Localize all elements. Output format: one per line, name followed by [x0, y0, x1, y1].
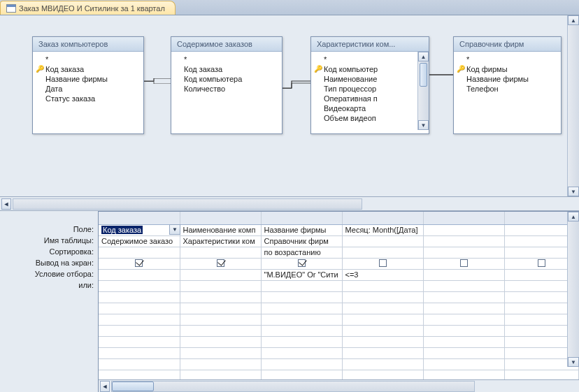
- grid-cell-empty[interactable]: [423, 370, 504, 379]
- grid-cell-empty[interactable]: [180, 358, 261, 370]
- table-field[interactable]: Код компьютера: [171, 74, 282, 84]
- show-checkbox[interactable]: [538, 259, 545, 267]
- grid-cell-show[interactable]: [342, 258, 423, 269]
- grid-body[interactable]: Код заказаНаименование компНазвание фирм…: [99, 212, 579, 379]
- table-field[interactable]: Объем видеоп: [311, 113, 417, 123]
- grid-cell-empty[interactable]: [99, 358, 180, 370]
- grid-cell-empty[interactable]: [261, 370, 342, 379]
- table-field[interactable]: Название фирмы: [454, 74, 561, 84]
- table-box-2[interactable]: Характеристики ком... ▲ ▼ *🔑Код компьюте…: [310, 36, 429, 134]
- grid-cell-empty[interactable]: [342, 347, 423, 358]
- qbe-grid[interactable]: Код заказаНаименование компНазвание фирм…: [99, 212, 579, 379]
- scroll-down-button[interactable]: ▼: [568, 357, 579, 367]
- grid-cell-empty[interactable]: [342, 325, 423, 336]
- grid-cell-empty[interactable]: [99, 303, 180, 314]
- table-field[interactable]: 🔑Код компьютер: [311, 64, 417, 74]
- grid-cell-empty[interactable]: [423, 358, 504, 370]
- grid-cell-field[interactable]: Месяц: Month([Дата]: [342, 224, 423, 235]
- grid-cell-empty[interactable]: [180, 336, 261, 347]
- grid-cell-empty[interactable]: [342, 303, 423, 314]
- table-field[interactable]: Статус заказа: [33, 94, 143, 103]
- grid-cell-show[interactable]: [261, 258, 342, 269]
- grid-cell-empty[interactable]: [342, 291, 423, 303]
- grid-cell-empty[interactable]: [180, 314, 261, 325]
- grid-cell-field[interactable]: [423, 224, 504, 235]
- grid-cell-empty[interactable]: [99, 347, 180, 358]
- grid-cell-criteria[interactable]: <=3: [342, 269, 423, 280]
- table-scrollbar[interactable]: ▲ ▼: [417, 52, 429, 130]
- relationships-pane[interactable]: Заказ компьютеров *🔑Код заказаНазвание ф…: [0, 15, 579, 197]
- table-field[interactable]: Тип процессор: [311, 84, 417, 94]
- grid-cell-empty[interactable]: [261, 325, 342, 336]
- grid-cell-empty[interactable]: [99, 314, 180, 325]
- grid-cell-or[interactable]: [261, 280, 342, 291]
- grid-cell-empty[interactable]: [423, 336, 504, 347]
- grid-cell-empty[interactable]: [180, 347, 261, 358]
- grid-cell-table[interactable]: [423, 235, 504, 247]
- scroll-down-button[interactable]: ▼: [418, 120, 429, 130]
- table-field[interactable]: Код заказа: [171, 64, 282, 74]
- grid-cell-empty[interactable]: [261, 291, 342, 303]
- grid-hscroll-track[interactable]: [111, 381, 475, 392]
- table-field[interactable]: *: [311, 55, 417, 64]
- grid-cell-empty[interactable]: [99, 336, 180, 347]
- table-field[interactable]: Телефон: [454, 84, 561, 94]
- grid-cell-sort[interactable]: [99, 247, 180, 258]
- grid-cell-table[interactable]: [342, 235, 423, 247]
- table-field[interactable]: Дата: [33, 84, 143, 94]
- table-field[interactable]: *: [454, 55, 561, 64]
- grid-cell-empty[interactable]: [261, 314, 342, 325]
- grid-cell-empty[interactable]: [342, 370, 423, 379]
- table-field[interactable]: Видеокарта: [311, 103, 417, 113]
- table-box-3[interactable]: Справочник фирм *🔑Код фирмыНазвание фирм…: [453, 36, 562, 134]
- query-tab[interactable]: Заказ МВИДЕО И Ситилинк за 1 квартал: [0, 1, 176, 15]
- grid-cell-empty[interactable]: [99, 325, 180, 336]
- grid-cell-sort[interactable]: по возрастанию: [261, 247, 342, 258]
- scroll-thumb[interactable]: [112, 382, 154, 391]
- upper-pane-scrollbar[interactable]: ▲ ▼: [567, 15, 579, 196]
- table-field[interactable]: *: [33, 55, 143, 64]
- grid-cell-criteria[interactable]: [423, 269, 504, 280]
- grid-cell-criteria[interactable]: "М.ВИДЕО" Or "Сити: [261, 269, 342, 280]
- grid-cell-field[interactable]: Наименование комп: [180, 224, 261, 235]
- table-field[interactable]: 🔑Код заказа: [33, 64, 143, 74]
- table-box-1[interactable]: Содержимое заказов *Код заказаКод компью…: [171, 36, 283, 134]
- grid-cell-empty[interactable]: [423, 325, 504, 336]
- grid-cell-or[interactable]: [99, 280, 180, 291]
- grid-cell-empty[interactable]: [180, 325, 261, 336]
- grid-cell-empty[interactable]: [504, 370, 579, 379]
- scroll-thumb[interactable]: [420, 63, 427, 87]
- grid-cell-empty[interactable]: [342, 336, 423, 347]
- scroll-up-button[interactable]: ▲: [568, 15, 579, 25]
- grid-cell-table[interactable]: Содержимое заказо: [99, 235, 180, 247]
- grid-cell-show[interactable]: [99, 258, 180, 269]
- grid-cell-empty[interactable]: [423, 291, 504, 303]
- grid-cell-empty[interactable]: [99, 291, 180, 303]
- grid-cell-empty[interactable]: [180, 370, 261, 379]
- grid-cell-empty[interactable]: [342, 358, 423, 370]
- field-combo-button[interactable]: ▼: [169, 224, 180, 235]
- column-selector[interactable]: [261, 212, 342, 224]
- grid-cell-sort[interactable]: [342, 247, 423, 258]
- upper-hscroll-track[interactable]: [13, 198, 362, 210]
- grid-cell-empty[interactable]: [261, 347, 342, 358]
- scroll-up-button[interactable]: ▲: [568, 212, 579, 222]
- show-checkbox[interactable]: [298, 259, 306, 267]
- table-field[interactable]: *: [171, 55, 282, 64]
- column-selector[interactable]: [99, 212, 180, 224]
- grid-cell-empty[interactable]: [180, 291, 261, 303]
- grid-cell-empty[interactable]: [342, 314, 423, 325]
- grid-cell-empty[interactable]: [99, 370, 180, 379]
- column-selector[interactable]: [180, 212, 261, 224]
- show-checkbox[interactable]: [135, 259, 143, 267]
- show-checkbox[interactable]: [217, 259, 224, 267]
- grid-cell-empty[interactable]: [423, 303, 504, 314]
- table-field[interactable]: Количество: [171, 84, 282, 94]
- column-selector[interactable]: [423, 212, 504, 224]
- grid-cell-sort[interactable]: [423, 247, 504, 258]
- grid-cell-or[interactable]: [423, 280, 504, 291]
- grid-cell-table[interactable]: Характеристики ком: [180, 235, 261, 247]
- table-field[interactable]: Оперативная п: [311, 94, 417, 103]
- grid-cell-criteria[interactable]: [99, 269, 180, 280]
- show-checkbox[interactable]: [379, 259, 387, 267]
